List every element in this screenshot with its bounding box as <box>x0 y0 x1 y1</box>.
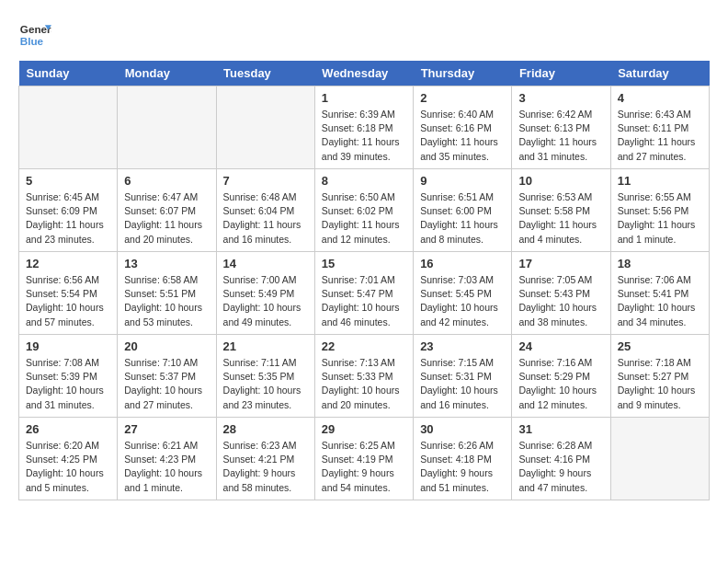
calendar-header-row: SundayMondayTuesdayWednesdayThursdayFrid… <box>19 61 710 86</box>
logo: General Blue <box>18 18 57 52</box>
calendar-week-row: 26Sunrise: 6:20 AM Sunset: 4:25 PM Dayli… <box>19 418 710 500</box>
day-number: 22 <box>322 339 406 353</box>
calendar-cell: 9Sunrise: 6:51 AM Sunset: 6:00 PM Daylig… <box>414 169 512 252</box>
day-number: 25 <box>618 339 702 353</box>
header-sunday: Sunday <box>19 61 118 86</box>
calendar-cell: 30Sunrise: 6:26 AM Sunset: 4:18 PM Dayli… <box>414 418 512 500</box>
header-saturday: Saturday <box>610 61 709 86</box>
day-info: Sunrise: 6:50 AM Sunset: 6:02 PM Dayligh… <box>322 190 406 247</box>
calendar-cell: 20Sunrise: 7:10 AM Sunset: 5:37 PM Dayli… <box>118 335 216 418</box>
calendar-cell: 2Sunrise: 6:40 AM Sunset: 6:16 PM Daylig… <box>414 86 512 169</box>
day-info: Sunrise: 6:47 AM Sunset: 6:07 PM Dayligh… <box>124 190 209 247</box>
day-number: 18 <box>618 257 702 270</box>
calendar-cell: 17Sunrise: 7:05 AM Sunset: 5:43 PM Dayli… <box>512 252 610 335</box>
calendar-cell: 16Sunrise: 7:03 AM Sunset: 5:45 PM Dayli… <box>414 252 512 335</box>
svg-text:Blue: Blue <box>20 35 44 47</box>
calendar-cell: 12Sunrise: 6:56 AM Sunset: 5:54 PM Dayli… <box>19 252 118 335</box>
day-info: Sunrise: 7:18 AM Sunset: 5:27 PM Dayligh… <box>618 356 702 412</box>
calendar-cell: 25Sunrise: 7:18 AM Sunset: 5:27 PM Dayli… <box>610 335 709 418</box>
calendar-week-row: 12Sunrise: 6:56 AM Sunset: 5:54 PM Dayli… <box>19 252 710 335</box>
calendar-cell: 28Sunrise: 6:23 AM Sunset: 4:21 PM Dayli… <box>216 418 314 500</box>
day-number: 24 <box>518 339 603 353</box>
day-number: 4 <box>618 91 702 105</box>
day-number: 28 <box>223 422 308 436</box>
day-number: 5 <box>26 174 110 188</box>
day-number: 29 <box>322 422 406 436</box>
day-info: Sunrise: 6:40 AM Sunset: 6:16 PM Dayligh… <box>420 108 505 164</box>
day-number: 15 <box>322 257 406 270</box>
day-info: Sunrise: 6:43 AM Sunset: 6:11 PM Dayligh… <box>618 108 702 164</box>
day-info: Sunrise: 6:28 AM Sunset: 4:16 PM Dayligh… <box>518 439 603 495</box>
calendar-cell: 18Sunrise: 7:06 AM Sunset: 5:41 PM Dayli… <box>610 252 709 335</box>
day-number: 13 <box>124 257 209 270</box>
day-number: 30 <box>420 422 505 436</box>
day-number: 12 <box>26 257 110 270</box>
logo-icon: General Blue <box>18 18 51 52</box>
day-number: 2 <box>420 91 505 105</box>
calendar-cell: 19Sunrise: 7:08 AM Sunset: 5:39 PM Dayli… <box>19 335 118 418</box>
day-info: Sunrise: 6:23 AM Sunset: 4:21 PM Dayligh… <box>223 439 308 495</box>
calendar-cell: 4Sunrise: 6:43 AM Sunset: 6:11 PM Daylig… <box>610 86 709 169</box>
header-monday: Monday <box>118 61 216 86</box>
day-info: Sunrise: 6:20 AM Sunset: 4:25 PM Dayligh… <box>26 439 110 495</box>
day-info: Sunrise: 6:42 AM Sunset: 6:13 PM Dayligh… <box>518 108 603 164</box>
calendar-cell <box>610 418 709 500</box>
day-number: 17 <box>518 257 603 270</box>
calendar-cell: 21Sunrise: 7:11 AM Sunset: 5:35 PM Dayli… <box>216 335 314 418</box>
calendar-cell: 31Sunrise: 6:28 AM Sunset: 4:16 PM Dayli… <box>512 418 610 500</box>
day-info: Sunrise: 7:13 AM Sunset: 5:33 PM Dayligh… <box>322 356 406 412</box>
day-info: Sunrise: 6:53 AM Sunset: 5:58 PM Dayligh… <box>518 190 603 247</box>
day-info: Sunrise: 6:25 AM Sunset: 4:19 PM Dayligh… <box>322 439 406 495</box>
calendar-cell: 1Sunrise: 6:39 AM Sunset: 6:18 PM Daylig… <box>314 86 413 169</box>
day-number: 26 <box>26 422 110 436</box>
calendar-cell: 10Sunrise: 6:53 AM Sunset: 5:58 PM Dayli… <box>512 169 610 252</box>
calendar-cell: 27Sunrise: 6:21 AM Sunset: 4:23 PM Dayli… <box>118 418 216 500</box>
calendar-cell <box>19 86 118 169</box>
calendar-cell: 24Sunrise: 7:16 AM Sunset: 5:29 PM Dayli… <box>512 335 610 418</box>
calendar-cell: 6Sunrise: 6:47 AM Sunset: 6:07 PM Daylig… <box>118 169 216 252</box>
day-info: Sunrise: 7:16 AM Sunset: 5:29 PM Dayligh… <box>518 356 603 412</box>
day-info: Sunrise: 7:00 AM Sunset: 5:49 PM Dayligh… <box>223 273 308 329</box>
day-info: Sunrise: 7:11 AM Sunset: 5:35 PM Dayligh… <box>223 356 308 412</box>
day-number: 27 <box>124 422 209 436</box>
day-info: Sunrise: 7:15 AM Sunset: 5:31 PM Dayligh… <box>420 356 505 412</box>
page-header: General Blue <box>18 18 710 52</box>
day-number: 1 <box>322 91 406 105</box>
svg-text:General: General <box>20 23 51 35</box>
header-wednesday: Wednesday <box>314 61 413 86</box>
day-info: Sunrise: 6:45 AM Sunset: 6:09 PM Dayligh… <box>26 190 110 247</box>
day-info: Sunrise: 6:56 AM Sunset: 5:54 PM Dayligh… <box>26 273 110 329</box>
day-number: 31 <box>518 422 603 436</box>
calendar-cell: 11Sunrise: 6:55 AM Sunset: 5:56 PM Dayli… <box>610 169 709 252</box>
calendar-cell: 22Sunrise: 7:13 AM Sunset: 5:33 PM Dayli… <box>314 335 413 418</box>
day-number: 19 <box>26 339 110 353</box>
calendar-cell: 29Sunrise: 6:25 AM Sunset: 4:19 PM Dayli… <box>314 418 413 500</box>
calendar-week-row: 1Sunrise: 6:39 AM Sunset: 6:18 PM Daylig… <box>19 86 710 169</box>
day-number: 3 <box>518 91 603 105</box>
day-info: Sunrise: 7:06 AM Sunset: 5:41 PM Dayligh… <box>618 273 702 329</box>
day-number: 20 <box>124 339 209 353</box>
day-info: Sunrise: 6:39 AM Sunset: 6:18 PM Dayligh… <box>322 108 406 164</box>
day-info: Sunrise: 6:26 AM Sunset: 4:18 PM Dayligh… <box>420 439 505 495</box>
day-info: Sunrise: 7:05 AM Sunset: 5:43 PM Dayligh… <box>518 273 603 329</box>
day-number: 16 <box>420 257 505 270</box>
calendar-cell: 3Sunrise: 6:42 AM Sunset: 6:13 PM Daylig… <box>512 86 610 169</box>
day-info: Sunrise: 6:55 AM Sunset: 5:56 PM Dayligh… <box>618 190 702 247</box>
day-number: 11 <box>618 174 702 188</box>
day-info: Sunrise: 6:51 AM Sunset: 6:00 PM Dayligh… <box>420 190 505 247</box>
day-number: 9 <box>420 174 505 188</box>
calendar-cell: 15Sunrise: 7:01 AM Sunset: 5:47 PM Dayli… <box>314 252 413 335</box>
day-info: Sunrise: 6:58 AM Sunset: 5:51 PM Dayligh… <box>124 273 209 329</box>
day-info: Sunrise: 7:10 AM Sunset: 5:37 PM Dayligh… <box>124 356 209 412</box>
calendar-cell: 8Sunrise: 6:50 AM Sunset: 6:02 PM Daylig… <box>314 169 413 252</box>
calendar-cell: 14Sunrise: 7:00 AM Sunset: 5:49 PM Dayli… <box>216 252 314 335</box>
day-info: Sunrise: 7:08 AM Sunset: 5:39 PM Dayligh… <box>26 356 110 412</box>
day-number: 21 <box>223 339 308 353</box>
day-number: 10 <box>518 174 603 188</box>
calendar-cell <box>118 86 216 169</box>
day-number: 8 <box>322 174 406 188</box>
day-info: Sunrise: 7:01 AM Sunset: 5:47 PM Dayligh… <box>322 273 406 329</box>
day-number: 6 <box>124 174 209 188</box>
day-info: Sunrise: 7:03 AM Sunset: 5:45 PM Dayligh… <box>420 273 505 329</box>
calendar-cell: 7Sunrise: 6:48 AM Sunset: 6:04 PM Daylig… <box>216 169 314 252</box>
